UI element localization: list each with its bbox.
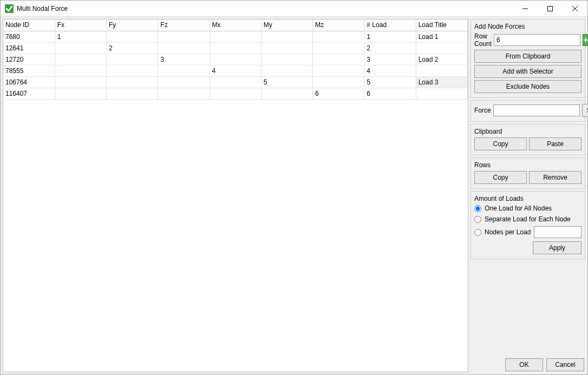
table-cell[interactable]: [107, 88, 158, 99]
table-cell[interactable]: 6: [364, 88, 416, 99]
panel-title: Amount of Loads: [474, 195, 582, 202]
table-cell[interactable]: 78555: [3, 65, 55, 76]
column-header[interactable]: Mz: [313, 19, 364, 31]
table-cell[interactable]: [210, 88, 261, 99]
data-grid[interactable]: Node IDFxFyFzMxMyMz# LoadLoad Title 7680…: [3, 19, 468, 372]
cancel-button[interactable]: Cancel: [546, 358, 584, 371]
add-row-button[interactable]: +: [583, 34, 588, 46]
table-cell[interactable]: [313, 31, 364, 42]
column-header[interactable]: Node ID: [3, 19, 55, 31]
table-cell[interactable]: [158, 31, 210, 42]
table-cell[interactable]: [107, 31, 158, 42]
table-cell[interactable]: 1: [55, 31, 106, 42]
table-cell[interactable]: [158, 42, 210, 54]
column-header[interactable]: My: [261, 19, 312, 31]
table-cell[interactable]: 1: [364, 31, 416, 42]
table-cell[interactable]: [158, 88, 210, 99]
apply-button[interactable]: Apply: [533, 241, 582, 254]
table-cell[interactable]: [261, 54, 312, 65]
rows-copy-button[interactable]: Copy: [474, 171, 527, 184]
table-cell[interactable]: [55, 54, 106, 65]
table-cell[interactable]: 116407: [3, 88, 55, 99]
nodes-per-load-label[interactable]: Nodes per Load: [485, 228, 531, 236]
table-cell[interactable]: [210, 31, 261, 42]
table-row[interactable]: 11640766: [3, 88, 468, 99]
add-node-forces-panel: Add Node Forces Row Count + From Clipboa…: [471, 19, 585, 98]
table-cell[interactable]: [210, 42, 261, 54]
table-row[interactable]: 1272033Load 2: [3, 54, 468, 65]
table-cell[interactable]: [107, 54, 158, 65]
ok-button[interactable]: OK: [505, 358, 543, 371]
table-cell[interactable]: [313, 76, 364, 88]
nodes-per-load-radio[interactable]: [474, 229, 481, 236]
table-cell[interactable]: [313, 42, 364, 54]
table-cell[interactable]: [55, 76, 106, 88]
table-cell[interactable]: 106764: [3, 76, 55, 88]
table-cell[interactable]: 3: [158, 54, 210, 65]
rows-remove-button[interactable]: Remove: [529, 171, 582, 184]
close-button[interactable]: [563, 1, 587, 16]
table-cell[interactable]: 5: [364, 76, 416, 88]
one-load-label[interactable]: One Load for All Nodes: [485, 205, 552, 212]
table-cell[interactable]: [158, 65, 210, 76]
table-cell[interactable]: [107, 76, 158, 88]
separate-load-label[interactable]: Separate Load for Each Node: [485, 215, 571, 223]
table-cell[interactable]: [55, 42, 106, 54]
table-cell[interactable]: [158, 76, 210, 88]
clipboard-copy-button[interactable]: Copy: [474, 137, 527, 150]
column-header[interactable]: Fy: [107, 19, 158, 31]
table-cell[interactable]: [261, 31, 312, 42]
from-clipboard-button[interactable]: From Clipboard: [474, 50, 582, 63]
table-cell[interactable]: 12720: [3, 54, 55, 65]
one-load-radio[interactable]: [474, 205, 481, 212]
table-cell[interactable]: 4: [210, 65, 261, 76]
table-cell[interactable]: [416, 42, 467, 54]
column-header[interactable]: Fx: [55, 19, 106, 31]
table-cell[interactable]: [210, 76, 261, 88]
column-header[interactable]: Mx: [210, 19, 261, 31]
table-cell[interactable]: [55, 65, 106, 76]
table-row[interactable]: 7855544: [3, 65, 468, 76]
table-cell[interactable]: Load 1: [416, 31, 467, 42]
set-force-button[interactable]: Set: [582, 104, 588, 117]
table-cell[interactable]: [261, 88, 312, 99]
window-title: Multi Nodal Force: [17, 5, 68, 12]
plus-icon: +: [583, 36, 588, 44]
table-cell[interactable]: Load 2: [416, 54, 467, 65]
table-cell[interactable]: 3: [364, 54, 416, 65]
table-cell[interactable]: [416, 88, 467, 99]
table-row[interactable]: 10676455Load 3: [3, 76, 468, 88]
clipboard-paste-button[interactable]: Paste: [529, 137, 582, 150]
minimize-button[interactable]: [513, 1, 538, 16]
table-cell[interactable]: 2: [364, 42, 416, 54]
column-header[interactable]: Fz: [158, 19, 210, 31]
table-cell[interactable]: [261, 42, 312, 54]
column-header[interactable]: Load Title: [416, 19, 467, 31]
table-cell[interactable]: 2: [107, 42, 158, 54]
clipboard-panel: Clipboard Copy Paste: [471, 124, 585, 155]
table-cell[interactable]: [313, 54, 364, 65]
exclude-nodes-button[interactable]: Exclude Nodes: [474, 80, 582, 93]
table-cell[interactable]: 5: [261, 76, 312, 88]
table-cell[interactable]: [210, 54, 261, 65]
maximize-button[interactable]: [538, 1, 563, 16]
separate-load-radio[interactable]: [474, 216, 481, 223]
table-cell[interactable]: [313, 65, 364, 76]
table-cell[interactable]: Load 3: [416, 76, 467, 88]
table-cell[interactable]: [55, 88, 106, 99]
table-cell[interactable]: 12641: [3, 42, 55, 54]
nodes-per-load-input[interactable]: [534, 226, 582, 238]
row-count-input[interactable]: [494, 34, 580, 46]
table-cell[interactable]: [261, 65, 312, 76]
table-row[interactable]: 1264122: [3, 42, 468, 54]
column-header[interactable]: # Load: [364, 19, 416, 31]
table-row[interactable]: 768011Load 1: [3, 31, 468, 42]
table-cell[interactable]: [416, 65, 467, 76]
table-cell[interactable]: 7680: [3, 31, 55, 42]
force-input[interactable]: [493, 104, 580, 116]
table-cell[interactable]: [107, 65, 158, 76]
table-cell[interactable]: 6: [313, 88, 364, 99]
window-controls: [513, 1, 587, 16]
add-with-selector-button[interactable]: Add with Selector: [474, 65, 582, 78]
table-cell[interactable]: 4: [364, 65, 416, 76]
